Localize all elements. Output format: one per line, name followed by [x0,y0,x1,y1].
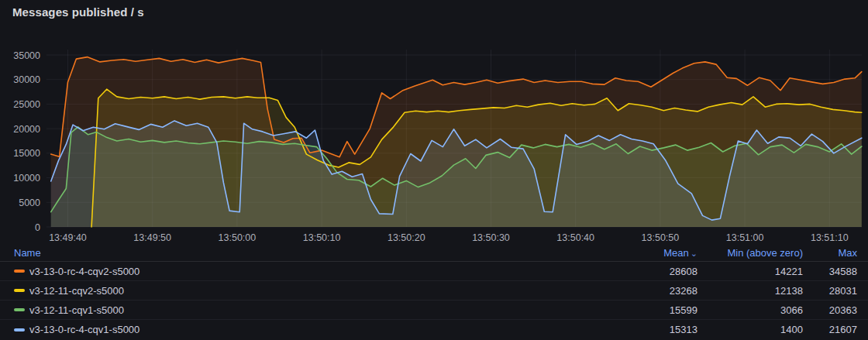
legend-header-row: Name Mean⌄ Min (above zero) Max [0,245,868,262]
svg-text:13:50:20: 13:50:20 [388,232,425,243]
legend-column-max[interactable]: Max [803,247,857,259]
series-mean-value: 28608 [620,266,698,277]
series-color-swatch [14,289,25,292]
series-max-value: 21607 [803,324,857,335]
series-min-value: 1400 [698,324,803,335]
svg-text:5000: 5000 [19,197,40,208]
grafana-panel: Messages published / s 05000100001500020… [0,0,868,340]
legend-column-min[interactable]: Min (above zero) [698,247,803,259]
series-name[interactable]: v3-12-11-cqv1-s5000 [29,304,124,316]
svg-text:15000: 15000 [13,148,40,159]
timeseries-chart: 0500010000150002000025000300003500013:49… [0,0,868,245]
svg-text:20000: 20000 [13,124,40,135]
svg-text:13:50:30: 13:50:30 [472,232,510,243]
legend-table: Name Mean⌄ Min (above zero) Max v3-13-0-… [0,245,868,340]
svg-text:35000: 35000 [13,50,40,61]
svg-text:30000: 30000 [13,74,40,85]
series-min-value: 3066 [698,304,803,316]
series-color-swatch [14,308,25,311]
svg-text:13:50:50: 13:50:50 [642,232,680,243]
svg-text:13:50:00: 13:50:00 [219,232,257,243]
legend-row: v3-13-0-rc-4-cqv2-s5000 28608 14221 3458… [0,262,868,281]
svg-text:13:51:10: 13:51:10 [811,232,849,243]
series-color-swatch [14,328,25,331]
svg-text:13:50:40: 13:50:40 [556,232,594,243]
svg-text:13:51:00: 13:51:00 [726,232,764,243]
series-mean-value: 15599 [620,304,698,316]
svg-text:0: 0 [35,222,40,233]
svg-text:10000: 10000 [13,173,40,184]
svg-text:25000: 25000 [13,99,40,110]
series-min-value: 14221 [698,266,803,277]
legend-column-name-label: Name [14,247,41,259]
legend-row: v3-12-11-cqv2-s5000 23268 12138 28031 [0,281,868,301]
legend-column-max-label: Max [838,247,857,259]
legend-row: v3-12-11-cqv1-s5000 15599 3066 20363 [0,301,868,320]
series-color-swatch [14,270,25,273]
series-max-value: 20363 [803,304,857,316]
svg-text:13:50:10: 13:50:10 [303,232,341,243]
sort-desc-icon: ⌄ [691,249,698,258]
series-max-value: 28031 [803,285,857,297]
series-mean-value: 23268 [620,285,698,297]
series-max-value: 34588 [803,266,857,277]
series-name[interactable]: v3-13-0-rc-4-cqv1-s5000 [29,324,140,335]
svg-text:13:49:50: 13:49:50 [133,232,171,243]
series-name[interactable]: v3-12-11-cqv2-s5000 [29,285,124,297]
svg-text:13:49:40: 13:49:40 [49,232,87,243]
legend-column-mean[interactable]: Mean⌄ [620,247,698,259]
legend-row: v3-13-0-rc-4-cqv1-s5000 15313 1400 21607 [0,320,868,339]
series-mean-value: 15313 [620,324,698,335]
series-min-value: 12138 [698,285,803,297]
series-name[interactable]: v3-13-0-rc-4-cqv2-s5000 [29,266,140,277]
legend-column-min-label: Min (above zero) [727,247,803,259]
legend-column-name[interactable]: Name [14,247,620,259]
legend-column-mean-label: Mean [663,247,689,259]
timeseries-plot[interactable]: 0500010000150002000025000300003500013:49… [0,0,868,245]
